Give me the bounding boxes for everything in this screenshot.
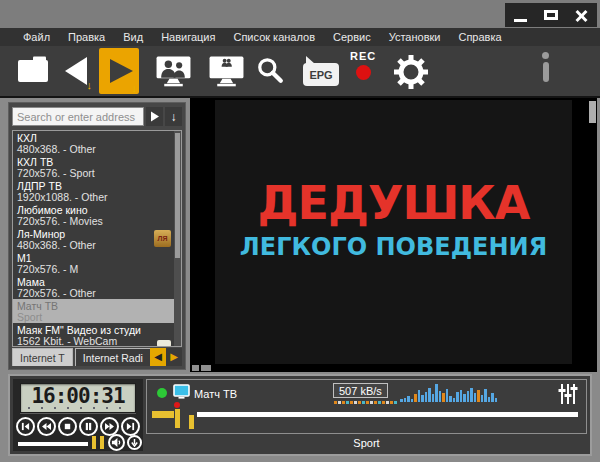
spectrum-bar bbox=[470, 388, 473, 402]
menu-item-6[interactable]: Установки bbox=[380, 31, 450, 43]
pause-button[interactable] bbox=[79, 417, 98, 436]
minimize-button[interactable] bbox=[506, 4, 534, 26]
channel-row[interactable]: Любимое кино720x576. - Movies bbox=[13, 203, 174, 227]
dropdown-arrow-icon[interactable]: ↓ bbox=[132, 83, 138, 93]
seek-handle[interactable] bbox=[152, 411, 174, 418]
channel-row[interactable]: Ля-Минор480x368. - OtherЛЯ bbox=[13, 227, 174, 251]
rec-label: REC bbox=[350, 50, 376, 62]
channel-list: КХЛ480x368. - OtherКХЛ ТВ720x576. - Spor… bbox=[12, 130, 182, 347]
search-input[interactable] bbox=[12, 107, 144, 126]
channel-logo: ЛЯ bbox=[154, 230, 171, 247]
dropdown-arrow-icon[interactable]: ↓ bbox=[87, 80, 93, 90]
settings-button[interactable] bbox=[393, 54, 429, 90]
minimize-icon bbox=[514, 19, 527, 22]
volume-slider[interactable] bbox=[18, 442, 88, 446]
info-icon bbox=[542, 52, 549, 59]
record-button[interactable]: REC bbox=[350, 50, 376, 80]
video-horizontal-scrollbar[interactable] bbox=[192, 365, 199, 371]
spectrum-bar bbox=[411, 399, 414, 402]
volume-down-button[interactable] bbox=[127, 435, 142, 450]
rewind-button[interactable] bbox=[37, 417, 56, 436]
mini-spectrum-bar bbox=[358, 401, 361, 404]
tab-0[interactable]: Internet T bbox=[12, 348, 73, 366]
close-button[interactable] bbox=[568, 4, 596, 26]
titlebar bbox=[0, 0, 600, 28]
channel-row[interactable]: ЛДПР ТВ1920x1088. - Other bbox=[13, 179, 174, 203]
channel-row[interactable]: КХЛ ТВ720x576. - Sport bbox=[13, 155, 174, 179]
play-icon bbox=[104, 56, 134, 86]
channel-row[interactable]: Матч ТВSport bbox=[13, 299, 174, 323]
channel-detail: 480x368. - Other bbox=[17, 240, 170, 251]
menu-item-0[interactable]: Файл bbox=[14, 31, 59, 43]
spectrum-bar bbox=[428, 388, 431, 402]
skip-back-button[interactable] bbox=[16, 417, 35, 436]
info-button[interactable] bbox=[542, 52, 549, 82]
mini-spectrum bbox=[334, 400, 397, 404]
channel-logo bbox=[157, 340, 171, 347]
left-arrow-icon: ◀ bbox=[154, 352, 162, 362]
mini-spectrum-bar bbox=[386, 401, 389, 404]
search-history-button[interactable]: ↓ bbox=[165, 107, 182, 126]
menu-item-7[interactable]: Справка bbox=[449, 31, 510, 43]
search-icon bbox=[256, 56, 284, 84]
spectrum-bar bbox=[404, 398, 407, 402]
monitor-people-icon bbox=[155, 55, 192, 87]
channel-detail: 480x368. - Other bbox=[17, 144, 170, 155]
epg-button[interactable]: EPG bbox=[303, 63, 339, 86]
spectrum-bar bbox=[439, 391, 442, 402]
open-file-button[interactable] bbox=[16, 56, 50, 83]
channel-row[interactable]: Маяк FM" Видео из студи1562 Kbit. - WebC… bbox=[13, 323, 174, 347]
volume-handle[interactable] bbox=[100, 436, 104, 449]
rewind-icon bbox=[42, 422, 51, 431]
channel-detail: 1920x1088. - Other bbox=[17, 192, 170, 203]
play-button[interactable]: ↓ bbox=[99, 48, 139, 94]
fullscreen-button[interactable] bbox=[208, 55, 245, 87]
seek-handle[interactable] bbox=[175, 409, 180, 428]
toolbar: ↓ ↓ bbox=[0, 46, 600, 98]
channel-detail: 720x576. - Sport bbox=[17, 168, 170, 179]
menu-item-4[interactable]: Список каналов bbox=[224, 31, 324, 43]
maximize-button[interactable] bbox=[537, 4, 565, 26]
channel-row[interactable]: КХЛ480x368. - Other bbox=[13, 131, 174, 155]
spectrum-bar bbox=[446, 389, 449, 402]
spectrum-bar bbox=[484, 389, 487, 402]
skip-forward-icon bbox=[126, 422, 135, 431]
tabs-scroll-left-button[interactable]: ◀ bbox=[150, 348, 166, 366]
seek-bar[interactable] bbox=[197, 412, 578, 417]
mini-spectrum-bar bbox=[342, 401, 345, 404]
menu-item-3[interactable]: Навигация bbox=[152, 31, 224, 43]
spectrum-bar bbox=[467, 391, 470, 402]
video-vertical-scrollbar[interactable] bbox=[589, 101, 596, 123]
scrollbar-thumb[interactable] bbox=[175, 133, 180, 258]
video-window-button[interactable] bbox=[155, 55, 192, 87]
channel-detail: 720x576. - M bbox=[17, 264, 170, 275]
video-area[interactable]: ДЕДУШКА ЛЕГКОГО ПОВЕДЕНИЯ bbox=[190, 98, 597, 372]
mini-spectrum-bar bbox=[382, 401, 385, 404]
video-horizontal-scrollbar[interactable] bbox=[201, 365, 211, 371]
search-go-button[interactable] bbox=[146, 107, 163, 126]
main-area: ↓ КХЛ480x368. - OtherКХЛ ТВ720x576. - Sp… bbox=[0, 98, 600, 374]
seek-handle[interactable] bbox=[189, 415, 194, 429]
equalizer-icon[interactable] bbox=[558, 383, 578, 405]
skip-forward-button[interactable] bbox=[121, 417, 140, 436]
volume-handle[interactable] bbox=[92, 436, 96, 449]
mini-spectrum-bar bbox=[366, 401, 369, 404]
search-channels-button[interactable] bbox=[256, 56, 284, 84]
epg-icon: EPG bbox=[303, 63, 339, 86]
folder-icon bbox=[16, 56, 50, 83]
tab-1[interactable]: Internet Radi bbox=[75, 348, 151, 366]
previous-channel-button[interactable]: ↓ bbox=[60, 55, 90, 87]
channel-row[interactable]: Мама720x576. - Other bbox=[13, 275, 174, 299]
spectrum-bar bbox=[421, 395, 424, 402]
spectrum-bar bbox=[477, 390, 480, 402]
channel-list-scrollbar[interactable] bbox=[174, 131, 181, 346]
stop-button[interactable] bbox=[58, 417, 77, 436]
tabs-scroll-right-button[interactable]: ▶ bbox=[166, 348, 182, 366]
pause-icon bbox=[84, 422, 93, 431]
menu-item-5[interactable]: Сервис bbox=[324, 31, 380, 43]
menu-item-2[interactable]: Вид bbox=[114, 31, 152, 43]
mute-button[interactable] bbox=[108, 434, 125, 451]
app-window: ФайлПравкаВидНавигацияСписок каналовСерв… bbox=[0, 0, 600, 462]
menu-item-1[interactable]: Правка bbox=[59, 31, 114, 43]
channel-row[interactable]: М1720x576. - M bbox=[13, 251, 174, 275]
